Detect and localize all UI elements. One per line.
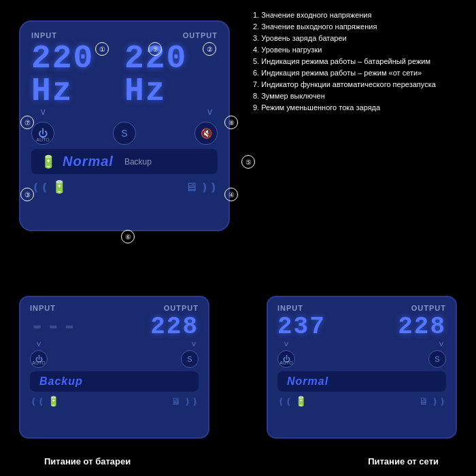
right-bat-icon: 🔋 [295,396,307,407]
left-output-voltage: 228 [150,313,199,341]
left-input-label: INPUT [30,304,56,312]
right-input-label: INPUT [277,304,303,312]
right-battery-group: ❪❪ 🔋 [277,396,307,407]
right-output-label: OUTPUT [411,304,446,312]
main-input-v: V [41,109,46,116]
main-input-voltage: 220 [31,40,94,77]
right-wave-icon: ❪❪ [277,396,292,407]
left-output-label: OUTPUT [164,304,199,312]
callout-1: ① [95,42,109,56]
right-dots-row: ⏻ AUTO S [277,350,446,368]
auto-restart-button[interactable]: ⏻ AUTO [31,122,54,145]
right-caption: Питание от сети [368,456,439,466]
callout-3: ③ [20,188,34,201]
legend-item-3: 3. Уровень заряда батареи [253,33,464,44]
load-level-group: 🖥 ❫❫ [185,180,218,194]
left-input-v: V [37,341,41,347]
main-input-label: INPUT [31,31,57,39]
main-output-v: V [207,109,212,116]
s-icon: S [121,128,127,139]
auto-label: AUTO [36,137,49,142]
legend: 1. Значение входного напряжения 2. Значе… [253,10,464,114]
main-dots-row: ⏻ AUTO S 🔇 [31,122,218,145]
wave-left-icon: ❪❪ [31,181,49,194]
left-caption: Питание от батареи [44,456,131,466]
right-voltage-row: 237 228 [277,315,446,339]
right-auto-button[interactable]: ⏻ AUTO [277,350,295,368]
left-status-bar: Backup [30,371,199,392]
small-right-panel: INPUT OUTPUT 237 228 V V ⏻ AUTO S Normal… [267,296,457,439]
right-s-icon: S [435,355,439,363]
right-screen-icon: 🖥 [419,396,428,407]
small-left-panel: INPUT OUTPUT --- 228 V V ⏻ AUTO S Backup… [19,296,209,439]
right-input-voltage: 237 [277,313,326,341]
left-output-v: V [192,341,196,347]
callout-7: ⑦ [20,116,34,129]
battery-icon: 🔋 [52,180,67,194]
right-output-voltage: 228 [398,313,446,341]
main-voltage-row: 220 Hz 220 Hz [31,42,218,107]
mute-button[interactable]: 🔇 [194,122,218,145]
legend-item-9: 9. Режим уменьшенного тока заряда [253,102,464,114]
left-input-voltage: --- [30,313,78,341]
left-voltage-row: --- 228 [30,315,199,339]
main-bottom-row: ❪❪ 🔋 🖥 ❫❫ [31,180,218,194]
left-wave-right-icon: ❫❫ [184,396,199,407]
left-status-text: Backup [39,375,83,388]
left-dots-row: ⏻ AUTO S [30,350,199,368]
main-status-bar: 🔋 Normal Backup [31,149,218,174]
battery-level-group: ❪❪ 🔋 [31,180,67,194]
main-status-text: Normal [63,154,114,169]
right-status-bar: Normal [277,371,446,392]
main-panel: INPUT OUTPUT 220 Hz 220 Hz V V ⏻ AUTO S … [19,20,230,231]
screen-icon: 🖥 [185,180,197,194]
s-button[interactable]: S [113,122,136,145]
main-backup-label: Backup [124,157,152,167]
callout-6: ⑥ [121,230,135,243]
right-load-group: 🖥 ❫❫ [419,396,446,407]
right-output-v: V [439,341,443,347]
left-auto-button[interactable]: ⏻ AUTO [30,350,48,368]
legend-item-7: 7. Индикатор функции автоматического пер… [253,79,464,90]
callout-8: ⑧ [224,116,238,129]
legend-item-2: 2. Значение выходного напряжения [253,21,464,33]
left-screen-icon: 🖥 [171,396,181,407]
left-s-button[interactable]: S [181,350,199,368]
main-input-hz: Hz [31,73,73,109]
legend-item-1: 1. Значение входного напряжения [253,10,464,21]
left-load-group: 🖥 ❫❫ [171,396,199,407]
right-status-text: Normal [287,375,328,388]
wave-right-icon: ❫❫ [200,181,218,194]
legend-item-4: 4. Уровень нагрузки [253,44,464,56]
left-bat-icon: 🔋 [48,396,59,407]
battery-status-icon: 🔋 [41,154,56,169]
left-wave-icon: ❪❪ [30,396,45,407]
left-battery-group: ❪❪ 🔋 [30,396,59,407]
callout-2: ② [203,42,216,56]
main-output-hz: Hz [124,73,167,109]
callout-4: ④ [224,188,238,201]
right-s-button[interactable]: S [428,350,446,368]
main-output-label: OUTPUT [183,31,218,39]
legend-item-6: 6. Индикация режима работы – режим «от с… [253,67,464,79]
right-input-v: V [284,341,288,347]
left-s-icon: S [187,355,192,363]
mute-icon: 🔇 [201,128,212,139]
callout-9: ⑨ [148,42,162,56]
right-bottom-row: ❪❪ 🔋 🖥 ❫❫ [277,396,446,407]
left-bottom-row: ❪❪ 🔋 🖥 ❫❫ [30,396,199,407]
legend-item-5: 5. Индикация режима работы – батарейный … [253,56,464,67]
legend-item-8: 8. Зуммер выключен [253,90,464,102]
right-wave-right-icon: ❫❫ [431,396,446,407]
callout-5: ⑤ [241,155,255,169]
